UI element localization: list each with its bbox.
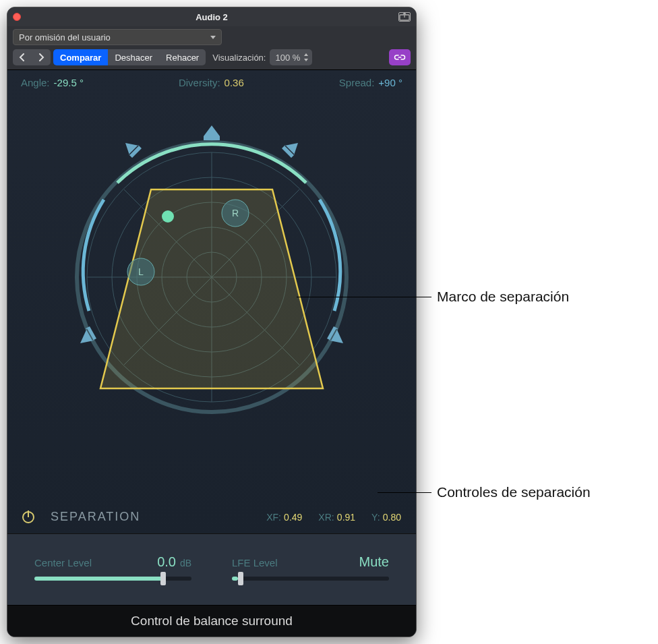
next-button[interactable] (32, 49, 51, 65)
y-label: Y: (371, 512, 380, 523)
center-level-slider[interactable] (34, 577, 191, 581)
callout-line-controls (378, 492, 431, 493)
main-panel: Angle: -29.5 ° Diversity: 0.36 Spread: +… (7, 70, 416, 533)
view-label: Visualización: (212, 53, 266, 63)
callout-controls: Controles de separación (437, 484, 591, 500)
link-button[interactable] (389, 49, 411, 65)
separation-frame[interactable] (100, 189, 323, 388)
center-level-block: Center Level 0.0 dB (34, 554, 191, 581)
preset-row: Por omisión del usuario (7, 26, 416, 45)
center-level-unit: dB (180, 558, 191, 568)
preset-select[interactable]: Por omisión del usuario (13, 29, 222, 45)
spread-value[interactable]: +90 ° (378, 77, 402, 88)
lfe-level-block: LFE Level Mute (232, 554, 389, 581)
svg-text:L: L (138, 266, 144, 277)
source-puck[interactable] (162, 210, 174, 223)
surround-radar[interactable]: L R (33, 95, 390, 452)
titlebar: Audio 2 (7, 7, 416, 26)
svg-text:R: R (232, 208, 239, 218)
spread-label: Spread: (339, 77, 375, 88)
close-window-button[interactable] (13, 13, 21, 21)
footer-caption: Control de balance surround (7, 605, 416, 637)
xr-value[interactable]: 0.91 (337, 512, 355, 523)
center-level-value[interactable]: 0.0 (157, 554, 176, 569)
y-value[interactable]: 0.80 (383, 512, 401, 523)
diversity-value[interactable]: 0.36 (225, 77, 244, 88)
prev-button[interactable] (13, 49, 32, 65)
angle-label: Angle: (21, 77, 50, 88)
separation-row: SEPARATION XF: 0.49 XR: 0.91 Y: 0.80 (7, 510, 416, 533)
separation-title: SEPARATION (51, 510, 140, 524)
undo-button[interactable]: Deshacer (108, 49, 159, 65)
xf-value[interactable]: 0.49 (284, 512, 302, 523)
radar-wrap: L R (7, 88, 416, 510)
xr-label: XR: (318, 512, 334, 523)
level-sliders-panel: Center Level 0.0 dB LFE Level Mute (7, 533, 416, 605)
window-title: Audio 2 (7, 12, 416, 22)
diversity-label: Diversity: (179, 77, 220, 88)
compare-button[interactable]: Comparar (53, 49, 108, 65)
channel-r[interactable]: R (222, 200, 249, 227)
lfe-level-label: LFE Level (232, 557, 278, 568)
callout-line-frame (297, 297, 431, 297)
separation-power-button[interactable] (22, 511, 34, 523)
readout-row: Angle: -29.5 ° Diversity: 0.36 Spread: +… (7, 70, 416, 88)
xf-label: XF: (266, 512, 281, 523)
toolbar: Comparar Deshacer Rehacer Visualización:… (7, 45, 416, 70)
zoom-select[interactable]: 100 % (270, 49, 312, 65)
lfe-level-slider[interactable] (232, 577, 389, 581)
compare-segment: Comparar Deshacer Rehacer (53, 49, 206, 65)
nav-segment (13, 49, 51, 65)
redo-button[interactable]: Rehacer (159, 49, 206, 65)
callout-frame: Marco de separación (437, 289, 569, 305)
channel-l[interactable]: L (127, 258, 154, 285)
zoom-value: 100 % (275, 53, 300, 63)
preset-value: Por omisión del usuario (19, 32, 111, 42)
export-icon[interactable] (398, 12, 411, 22)
surround-balance-window: Audio 2 Por omisión del usuario Comparar… (7, 7, 417, 637)
lfe-level-value[interactable]: Mute (359, 554, 389, 570)
angle-value[interactable]: -29.5 ° (54, 77, 84, 88)
center-level-label: Center Level (34, 557, 92, 568)
